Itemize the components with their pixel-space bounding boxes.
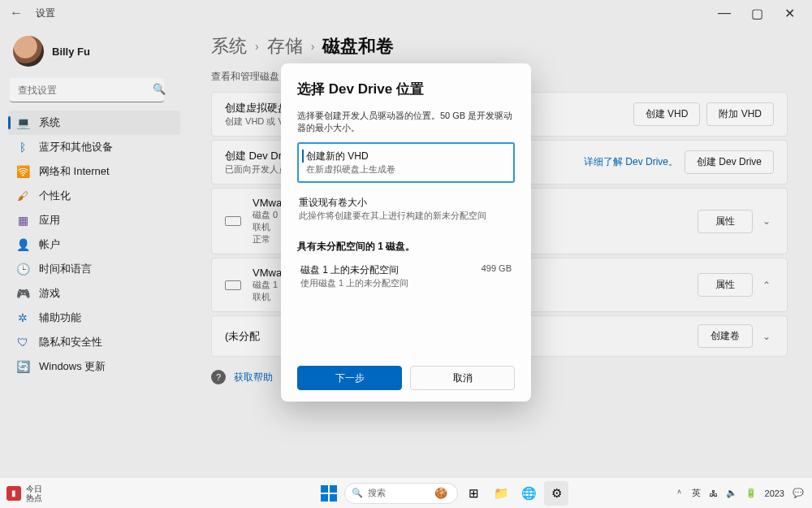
tray-network-icon[interactable]: 🖧 [709, 488, 718, 498]
explorer-icon[interactable]: 📁 [489, 481, 513, 506]
modal-overlay: 选择 Dev Drive 位置 选择要创建开发人员驱动器的位置。50 GB 是开… [0, 0, 812, 508]
disk-title: 磁盘 1 上的未分配空间 [300, 263, 512, 277]
settings-icon[interactable]: ⚙ [544, 481, 568, 506]
search-label: 搜索 [368, 487, 386, 499]
dev-drive-modal: 选择 Dev Drive 位置 选择要创建开发人员驱动器的位置。50 GB 是开… [281, 63, 531, 402]
start-button[interactable] [317, 481, 341, 506]
search-icon: 🔍 [352, 488, 363, 498]
option-title: 重设现有卷大小 [299, 196, 507, 210]
tray-notifications-icon[interactable]: 💬 [793, 488, 804, 498]
section-header: 具有未分配空间的 1 磁盘。 [297, 240, 515, 254]
search-emoji-icon: 🍪 [434, 487, 447, 499]
taskview-icon[interactable]: ⊞ [461, 481, 486, 506]
taskbar: ▮ 今日 热点 🔍 搜索 🍪 ⊞ 📁 🌐 ⚙ ＾ 英 🖧 🔈 🔋 2023 💬 [0, 477, 812, 508]
tray-lang[interactable]: 英 [692, 487, 701, 499]
disk-option[interactable]: 499 GB 磁盘 1 上的未分配空间 使用磁盘 1 上的未分配空间 [297, 258, 515, 294]
tray-volume-icon[interactable]: 🔈 [726, 488, 737, 498]
cancel-button[interactable]: 取消 [410, 366, 515, 390]
tray-clock[interactable]: 2023 [765, 488, 784, 498]
tray-battery-icon[interactable]: 🔋 [745, 488, 757, 498]
modal-description: 选择要创建开发人员驱动器的位置。50 GB 是开发驱动器的最小大小。 [297, 110, 515, 134]
widget-line2: 热点 [26, 493, 42, 502]
widget-line1: 今日 [26, 484, 42, 493]
tray-chevron-icon[interactable]: ＾ [675, 487, 684, 499]
option-title: 创建新的 VHD [306, 150, 506, 163]
modal-title: 选择 Dev Drive 位置 [297, 80, 515, 98]
disk-desc: 使用磁盘 1 上的未分配空间 [300, 277, 512, 289]
option-resize-volume[interactable]: 重设现有卷大小 此操作将创建要在其上进行构建的新未分配空间 [297, 189, 515, 228]
next-button[interactable]: 下一步 [297, 366, 402, 390]
edge-icon[interactable]: 🌐 [516, 481, 541, 506]
option-desc: 在新虚拟硬盘上生成卷 [306, 163, 506, 176]
option-create-vhd[interactable]: 创建新的 VHD 在新虚拟硬盘上生成卷 [297, 142, 515, 183]
disk-size: 499 GB [482, 263, 512, 273]
taskbar-widget[interactable]: ▮ 今日 热点 [0, 484, 211, 502]
widget-badge-icon: ▮ [6, 486, 21, 501]
option-desc: 此操作将创建要在其上进行构建的新未分配空间 [299, 210, 507, 222]
taskbar-search[interactable]: 🔍 搜索 🍪 [344, 483, 458, 504]
